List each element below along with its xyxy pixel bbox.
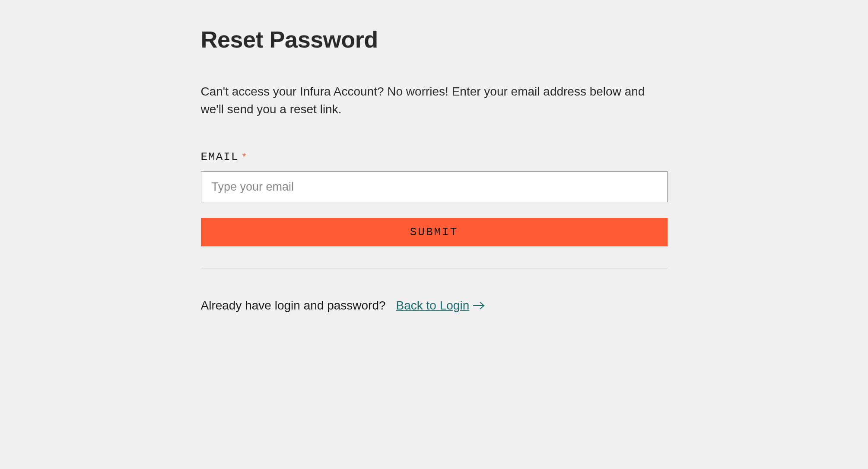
email-input[interactable] xyxy=(201,171,668,202)
page-description: Can't access your Infura Account? No wor… xyxy=(201,83,668,118)
email-label: EMAIL * xyxy=(201,150,668,163)
submit-button[interactable]: SUBMIT xyxy=(201,218,668,246)
reset-password-container: Reset Password Can't access your Infura … xyxy=(201,26,668,313)
back-link-label: Back to Login xyxy=(396,299,470,313)
footer-row: Already have login and password? Back to… xyxy=(201,299,668,313)
arrow-right-icon xyxy=(473,301,485,310)
required-asterisk: * xyxy=(242,152,248,163)
email-label-text: EMAIL xyxy=(201,150,239,163)
back-to-login-link[interactable]: Back to Login xyxy=(396,299,485,313)
page-title: Reset Password xyxy=(201,26,668,53)
divider xyxy=(201,268,668,268)
footer-prompt: Already have login and password? xyxy=(201,299,386,313)
